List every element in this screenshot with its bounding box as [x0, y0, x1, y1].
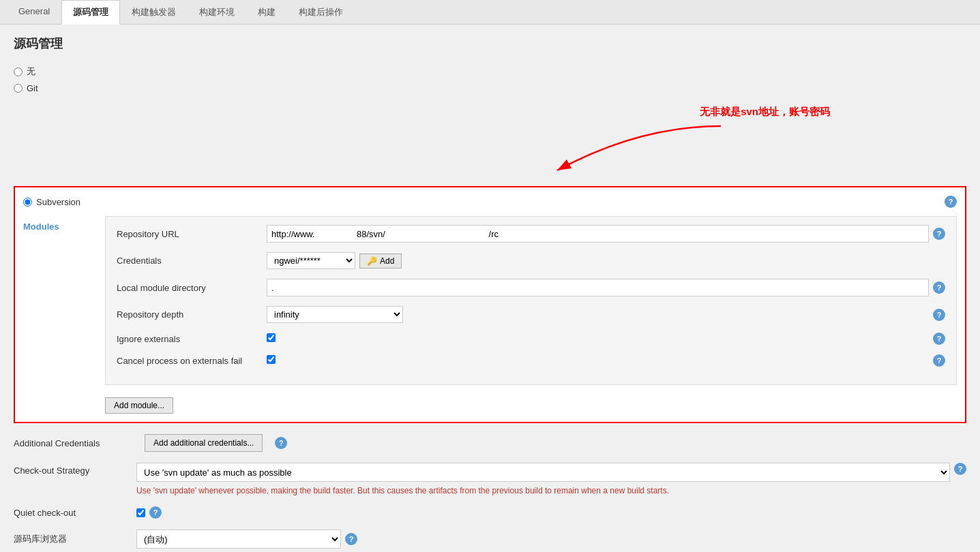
checkout-strategy-label: Check-out Strategy [14, 463, 136, 476]
cancel-externals-row: Cancel process on externals fail ? [117, 354, 945, 367]
subversion-help-icon[interactable]: ? [945, 196, 957, 208]
subversion-wrapper: Subversion ? Modules Repository URL ? [14, 186, 966, 423]
subversion-header-left: Subversion [23, 197, 80, 207]
credentials-control: ngwei/****** 🔑 Add [267, 252, 945, 269]
repo-browser-label: 源码库浏览器 [14, 533, 136, 545]
repo-url-row: Repository URL ? [117, 225, 945, 243]
repo-url-control [267, 225, 929, 243]
subversion-header: Subversion ? [23, 196, 957, 208]
checkout-strategy-hint: Use 'svn update' whenever possible, maki… [136, 486, 950, 495]
modules-content: Repository URL ? Credentials ngwei/*****… [105, 216, 957, 385]
add-btn-label: Add [380, 256, 394, 266]
credentials-row: Credentials ngwei/****** 🔑 Add [117, 252, 945, 269]
cancel-externals-checkbox[interactable] [267, 355, 276, 364]
checkout-strategy-section: Check-out Strategy Use 'svn update' as m… [14, 463, 966, 495]
credentials-select[interactable]: ngwei/****** [267, 252, 355, 269]
credentials-add-button[interactable]: 🔑 Add [359, 254, 402, 269]
tab-post[interactable]: 构建后操作 [287, 0, 355, 25]
key-icon: 🔑 [367, 256, 377, 266]
cancel-externals-label: Cancel process on externals fail [117, 356, 267, 366]
annotation-arrow [503, 119, 734, 181]
repo-depth-row: Repository depth infinity empty files im… [117, 306, 945, 323]
ignore-externals-checkbox[interactable] [267, 333, 276, 342]
additional-credentials-help-icon[interactable]: ? [275, 437, 287, 449]
additional-credentials-label: Additional Credentials [14, 438, 136, 448]
local-module-dir-label: Local module directory [117, 283, 267, 293]
page-title: 源码管理 [14, 35, 966, 52]
repo-url-label: Repository URL [117, 229, 267, 239]
repo-browser-select[interactable]: (自动) CollabNetSVN FishEye Polarion SVN T… [136, 530, 341, 549]
add-module-area: Add module... [23, 392, 957, 414]
tabs-bar: General 源码管理 构建触发器 构建环境 构建 构建后操作 [0, 0, 980, 25]
modules-label: Modules [23, 216, 105, 385]
quiet-checkout-checkbox[interactable] [136, 508, 145, 517]
radio-git[interactable]: Git [14, 83, 966, 93]
annotation-text: 无非就是svn地址，账号密码 [700, 106, 830, 119]
cancel-externals-control [267, 355, 929, 366]
local-module-dir-help-icon[interactable]: ? [933, 281, 945, 294]
repo-depth-help-icon[interactable]: ? [933, 309, 945, 321]
repo-depth-control: infinity empty files immediates [267, 306, 929, 323]
checkout-strategy-select[interactable]: Use 'svn update' as much as possible Alw… [136, 463, 950, 482]
repo-depth-label: Repository depth [117, 309, 267, 320]
tab-build[interactable]: 构建 [246, 0, 287, 25]
tab-general[interactable]: General [7, 0, 61, 25]
local-module-dir-control [267, 279, 929, 296]
credentials-label: Credentials [117, 256, 267, 266]
subversion-box: Subversion ? Modules Repository URL ? [14, 186, 966, 423]
cancel-externals-help-icon[interactable]: ? [933, 354, 945, 367]
ignore-externals-label: Ignore externals [117, 334, 267, 344]
repo-browser-help-icon[interactable]: ? [345, 533, 357, 545]
none-label: 无 [27, 65, 35, 78]
tab-scm[interactable]: 源码管理 [61, 0, 120, 25]
quiet-checkout-label: Quiet check-out [14, 508, 136, 518]
tab-env[interactable]: 构建环境 [188, 0, 246, 25]
git-label: Git [27, 83, 38, 93]
modules-section: Modules Repository URL ? Credentials [23, 216, 957, 385]
radio-none[interactable]: 无 [14, 65, 966, 78]
ignore-externals-row: Ignore externals ? [117, 333, 945, 345]
radio-subversion[interactable] [23, 198, 32, 206]
local-module-dir-input[interactable] [267, 279, 929, 296]
repo-url-input[interactable] [267, 225, 929, 243]
quiet-checkout-row: Quiet check-out ? [14, 506, 966, 519]
subversion-label: Subversion [36, 197, 80, 207]
add-module-button[interactable]: Add module... [105, 397, 173, 414]
repo-depth-select[interactable]: infinity empty files immediates [267, 306, 403, 323]
repo-url-help-icon[interactable]: ? [933, 228, 945, 240]
repo-browser-row: 源码库浏览器 (自动) CollabNetSVN FishEye Polario… [14, 530, 966, 549]
additional-credentials-section: Additional Credentials Add additional cr… [14, 434, 966, 452]
checkout-strategy-help-icon[interactable]: ? [954, 463, 966, 475]
checkout-strategy-content: Use 'svn update' as much as possible Alw… [136, 463, 950, 495]
add-additional-credentials-button[interactable]: Add additional credentials... [145, 434, 263, 452]
annotation-container: 无非就是svn地址，账号密码 [14, 99, 966, 181]
ignore-externals-help-icon[interactable]: ? [933, 333, 945, 345]
ignore-externals-control [267, 333, 929, 344]
local-module-dir-row: Local module directory ? [117, 279, 945, 296]
quiet-checkout-help-icon[interactable]: ? [149, 506, 162, 519]
tab-triggers[interactable]: 构建触发器 [120, 0, 188, 25]
